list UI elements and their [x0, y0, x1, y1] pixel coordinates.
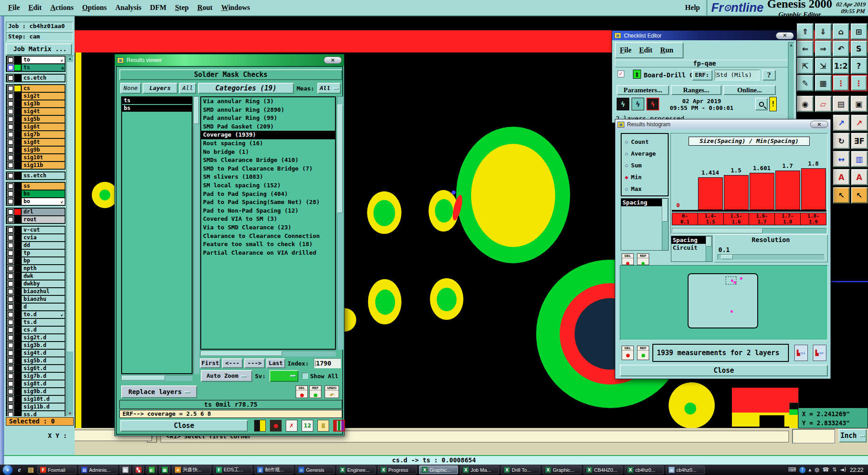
category-item[interactable]: Clearance to Clearance Connection: [201, 232, 335, 241]
menu-step[interactable]: Step: [175, 4, 189, 12]
layer-row-sig7b[interactable]: sig7b: [7, 131, 65, 138]
layer-row-sig4t.d[interactable]: sig4t.d: [7, 350, 65, 356]
check-enabled-checkbox[interactable]: ✓: [618, 71, 624, 77]
taskbar-item-progress[interactable]: XProgress: [378, 466, 417, 474]
checklist-titlebar[interactable]: ▦ Checklist Editor ✕: [612, 31, 796, 40]
category-item[interactable]: SMD Pad Gasket (209): [201, 123, 335, 131]
layer-row-sig9b.d[interactable]: sig9b.d: [7, 388, 65, 395]
mode-item[interactable]: Circuit: [671, 244, 706, 252]
layer-checkbox[interactable]: [8, 93, 14, 99]
tray-icon[interactable]: ⇅: [832, 466, 837, 473]
setup-icon[interactable]: ✎: [797, 75, 814, 91]
layer-row-v-cut[interactable]: v-cut: [7, 227, 65, 233]
layer-row-ts[interactable]: ts▦: [7, 64, 65, 71]
zoom-ratio-icon[interactable]: 1:2: [832, 57, 849, 74]
erf-button[interactable]: ERF:: [692, 70, 712, 81]
show-all-checkbox[interactable]: [302, 373, 308, 379]
measure-item[interactable]: Spacing: [621, 199, 662, 206]
taskbar-item-cb4hz0[interactable]: Xcb4hz0...: [625, 466, 664, 474]
layer-checkbox[interactable]: [8, 273, 14, 279]
layer-checkbox[interactable]: [8, 217, 14, 223]
taskbar-item-eds[interactable]: FEDS工...: [213, 466, 252, 474]
ref-button[interactable]: REF: [637, 346, 649, 360]
layer-checkbox[interactable]: [8, 124, 14, 130]
menu-analysis[interactable]: Analysis: [115, 4, 142, 12]
export-histogram-icon[interactable]: ▙▫←: [813, 345, 826, 361]
layer-row-bo[interactable]: bo↙: [7, 198, 65, 205]
slider-thumb[interactable]: [721, 255, 733, 259]
mode-scrollbar[interactable]: [706, 236, 712, 261]
category-item[interactable]: Via annular Ring (3): [201, 97, 335, 106]
highlight-a2-icon[interactable]: A: [851, 169, 868, 185]
select-area-icon[interactable]: ▣: [850, 95, 868, 112]
layer-checkbox[interactable]: [8, 199, 14, 204]
layer-checkbox[interactable]: [8, 381, 14, 387]
layer-checkbox[interactable]: [8, 183, 14, 189]
layer-row-sig11b[interactable]: sig11b: [7, 162, 65, 169]
taskbar-item-jobma[interactable]: XJob Ma...: [460, 466, 499, 474]
category-scrollbar[interactable]: [337, 96, 343, 350]
taskbar-item-enginee[interactable]: XEnginee...: [337, 466, 376, 474]
layer-row-cs.etch[interactable]: cs.etch: [7, 75, 65, 81]
layer-row-dwk[interactable]: dwk: [7, 273, 65, 280]
layer-list-scrollbar[interactable]: [193, 96, 199, 374]
layer-row-rout[interactable]: rout: [7, 216, 65, 223]
highlight-a1-icon[interactable]: A: [833, 169, 850, 185]
layer-row-sig7b.d[interactable]: sig7b.d: [7, 373, 65, 380]
shapes-icon[interactable]: ▥: [851, 151, 868, 167]
menu-help[interactable]: Help: [685, 4, 700, 12]
run-full-icon[interactable]: ϟ: [617, 98, 629, 110]
layer-checkbox[interactable]: [8, 57, 14, 63]
taskbar-item-graphic[interactable]: XGraphic...: [419, 466, 458, 474]
layer-row-d[interactable]: d: [7, 304, 65, 310]
select-feature-icon[interactable]: ↖: [833, 187, 850, 204]
count-icon[interactable]: 12: [302, 420, 313, 432]
layer-row-sig3b[interactable]: sig3b: [7, 100, 65, 107]
tray-icon[interactable]: ▴: [809, 466, 811, 473]
mirror-icon[interactable]: ƎF: [851, 133, 868, 149]
taskbar-item[interactable]: ▦: [120, 466, 131, 474]
ref-button[interactable]: REF: [637, 253, 649, 265]
chart-scrollbar[interactable]: [672, 228, 826, 233]
close-window-icon[interactable]: ✕: [324, 57, 342, 64]
tray-icon[interactable]: ◄): [840, 466, 846, 473]
auto-zoom-dropdown[interactable]: Auto Zoom: [201, 370, 252, 382]
dimension-icon[interactable]: ↔: [833, 151, 850, 167]
category-item[interactable]: Coverage (1939): [201, 131, 335, 139]
layer-checkbox[interactable]: [8, 412, 14, 416]
menu-dfm[interactable]: DFM: [150, 4, 166, 12]
category-item[interactable]: Feature too small to check (18): [201, 240, 335, 249]
previous-view-icon[interactable]: ↶: [832, 40, 849, 57]
layer-scrollbar[interactable]: ▲ ▼: [66, 56, 74, 416]
layers-button[interactable]: Layers: [142, 83, 178, 94]
undo-button[interactable]: UNDO↶: [325, 385, 339, 398]
last-button[interactable]: Last: [266, 358, 285, 368]
select-net-icon[interactable]: ↖: [851, 187, 868, 204]
measure-type-list[interactable]: Spacing: [621, 198, 669, 251]
layer-checkbox[interactable]: [8, 258, 14, 264]
category-item[interactable]: Pad to Non-Pad Spacing (12): [201, 207, 335, 215]
job-matrix-button[interactable]: Job Matrix ...: [6, 43, 72, 55]
alert-button[interactable]: !: [769, 97, 777, 111]
layer-checkbox[interactable]: [8, 101, 14, 107]
taskbar-item-[interactable]: ★兴森快...: [172, 466, 211, 474]
close-window-icon[interactable]: ✕: [776, 32, 794, 39]
next-button[interactable]: --->: [244, 358, 265, 368]
layer-row-sig10t.d[interactable]: sig10t.d: [7, 396, 65, 403]
taskbar-item-graphic[interactable]: XGraphic...: [542, 466, 581, 474]
menu-file[interactable]: File: [8, 4, 20, 12]
meas-dropdown[interactable]: All: [317, 83, 341, 94]
layer-row-npth[interactable]: npth: [7, 265, 65, 272]
taskbar-item-adminis[interactable]: ▤Adminis...: [79, 466, 118, 474]
layer-checkbox[interactable]: [8, 191, 14, 197]
tray-icon[interactable]: ☎: [822, 466, 829, 473]
taskbar-item[interactable]: ▩: [159, 466, 170, 474]
profile-icon[interactable]: S: [850, 40, 868, 57]
layer-checkbox[interactable]: [8, 155, 14, 161]
radio-average[interactable]: ◇Average: [622, 147, 668, 159]
tray-icon[interactable]: ?: [799, 467, 806, 473]
layer-checkbox[interactable]: [8, 296, 14, 302]
layer-row-sig3b.d[interactable]: sig3b.d: [7, 342, 65, 349]
layer-row-sig2t.d[interactable]: sig2t.d: [7, 334, 65, 341]
none-button[interactable]: None: [120, 83, 141, 94]
